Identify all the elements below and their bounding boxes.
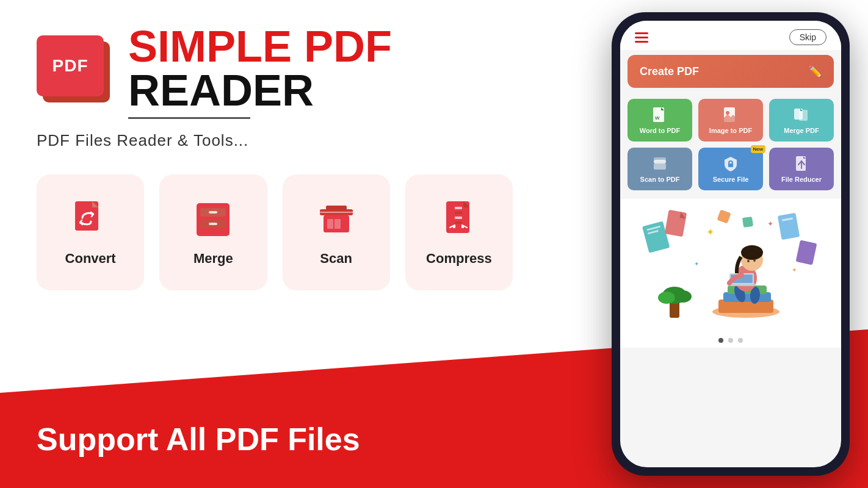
svg-rect-38 [665, 210, 687, 237]
word-to-pdf-label: Word to PDF [640, 127, 680, 134]
create-pdf-text: Create PDF [640, 65, 699, 78]
image-to-pdf-icon [722, 106, 739, 123]
support-text-part2: PDF Files [215, 422, 360, 457]
tool-image-to-pdf[interactable]: Image to PDF [698, 99, 763, 142]
logo-front: PDF [37, 35, 104, 96]
new-badge: New [751, 145, 765, 153]
svg-text:W: W [655, 115, 660, 121]
svg-rect-14 [335, 219, 341, 229]
svg-rect-13 [327, 219, 333, 229]
secure-file-label: Secure File [713, 176, 749, 183]
compress-icon [438, 198, 480, 241]
dot-1 [718, 338, 723, 343]
file-reducer-icon [793, 155, 810, 172]
hamburger-line-2 [635, 37, 648, 38]
title-simple: SIMPLE [128, 22, 304, 71]
app-title: SIMPLE PDF READER [128, 24, 392, 119]
left-content: PDF SIMPLE PDF READER PDF Files Reader &… [0, 0, 549, 488]
feature-card-convert[interactable]: Convert [37, 174, 144, 290]
svg-rect-8 [209, 223, 217, 225]
scan-icon [315, 198, 358, 241]
feature-card-compress[interactable]: Compress [405, 174, 513, 290]
svg-text:✦: ✦ [767, 220, 773, 228]
tool-grid: W Word to PDF Image to PDF [620, 93, 841, 196]
convert-label: Convert [65, 251, 116, 267]
skip-button[interactable]: Skip [789, 29, 826, 45]
scan-to-pdf-icon [651, 155, 668, 172]
svg-rect-17 [455, 207, 462, 209]
illustration-area: ✦ ✦ ✦ ✦ [620, 199, 841, 333]
svg-rect-29 [654, 163, 666, 170]
svg-text:✦: ✦ [792, 267, 797, 273]
scan-to-pdf-label: Scan to PDF [640, 176, 680, 183]
compress-label: Compress [426, 251, 492, 267]
svg-point-60 [658, 292, 675, 304]
svg-rect-35 [642, 221, 670, 253]
svg-rect-19 [455, 217, 462, 219]
create-pdf-banner[interactable]: Create PDF ✏️ [627, 55, 834, 88]
dot-2 [728, 338, 733, 343]
app-logo: PDF [37, 35, 110, 109]
file-reducer-label: File Reducer [781, 176, 822, 183]
hamburger-line-3 [635, 41, 648, 43]
dots-indicator [620, 333, 841, 348]
svg-rect-39 [778, 213, 800, 240]
phone-status-bar: Skip [620, 21, 841, 50]
phone-mockup: Skip Create PDF ✏️ W [612, 12, 850, 476]
edit-icon: ✏️ [808, 65, 822, 78]
svg-text:✦: ✦ [706, 227, 714, 237]
title-pdf: PDF [304, 22, 392, 71]
subtitle: PDF Files Reader & Tools... [37, 131, 513, 150]
svg-point-52 [741, 245, 763, 260]
support-text: Support All PDF Files [37, 421, 360, 458]
tool-secure-file[interactable]: Secure File [698, 148, 763, 190]
support-text-part1: Support All [37, 422, 215, 457]
svg-rect-30 [654, 157, 666, 160]
tool-scan-to-pdf[interactable]: Scan to PDF [627, 148, 692, 190]
feature-cards: Convert Merge [37, 174, 513, 290]
svg-point-53 [747, 260, 750, 262]
title-underline [128, 117, 250, 119]
svg-text:✦: ✦ [694, 260, 699, 267]
svg-rect-27 [799, 110, 808, 121]
svg-point-61 [675, 290, 692, 303]
merge-pdf-icon [793, 106, 810, 123]
svg-rect-43 [742, 217, 753, 228]
convert-icon [69, 198, 112, 241]
svg-rect-18 [455, 212, 462, 214]
logo-area: PDF SIMPLE PDF READER [37, 24, 513, 119]
title-line1: SIMPLE PDF [128, 24, 392, 68]
phone-outer: Skip Create PDF ✏️ W [612, 12, 850, 476]
tool-file-reducer[interactable]: File Reducer [769, 148, 834, 190]
image-to-pdf-label: Image to PDF [709, 127, 752, 134]
phone-inner: Skip Create PDF ✏️ W [620, 21, 841, 467]
svg-rect-5 [209, 211, 217, 214]
svg-point-54 [753, 259, 756, 262]
hamburger-line-1 [635, 32, 648, 34]
tool-word-to-pdf[interactable]: W Word to PDF [627, 99, 692, 142]
svg-rect-42 [717, 209, 731, 223]
word-to-pdf-icon: W [651, 106, 668, 123]
merge-label: Merge [193, 251, 233, 267]
merge-pdf-label: Merge PDF [784, 127, 819, 134]
title-line2: READER [128, 68, 392, 112]
svg-rect-15 [326, 206, 347, 210]
scan-label: Scan [320, 251, 352, 267]
secure-file-icon [722, 155, 739, 172]
merge-icon [192, 198, 234, 241]
feature-card-merge[interactable]: Merge [159, 174, 267, 290]
illustration-svg: ✦ ✦ ✦ ✦ [633, 205, 828, 327]
tool-secure-wrapper: Secure File New [698, 148, 763, 190]
tool-merge-pdf[interactable]: Merge PDF [769, 99, 834, 142]
svg-rect-11 [320, 212, 353, 213]
dot-3 [738, 338, 743, 343]
svg-rect-41 [796, 240, 817, 265]
feature-card-scan[interactable]: Scan [283, 174, 390, 290]
hamburger-icon[interactable] [635, 32, 648, 43]
svg-rect-20 [455, 221, 462, 224]
